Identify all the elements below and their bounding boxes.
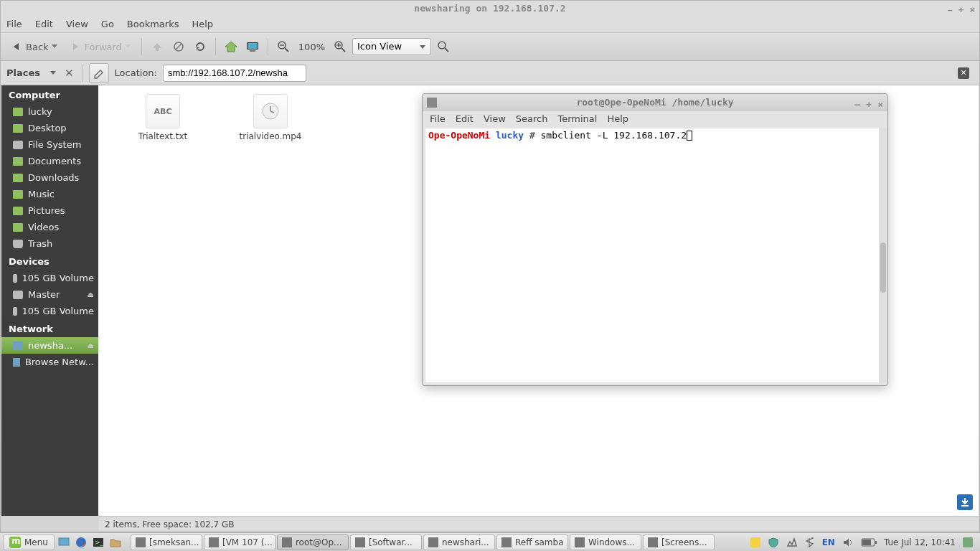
taskbar-task[interactable]: [smeksan... — [131, 534, 202, 550]
home-button[interactable] — [222, 37, 240, 56]
terminal-output[interactable]: Ope-OpeNoMi lucky # smbclient -L 192.168… — [425, 128, 885, 382]
sidebar-item-videos[interactable]: Videos — [1, 219, 98, 235]
download-icon — [960, 497, 970, 507]
sidebar-item-master[interactable]: Master⏏ — [1, 286, 98, 303]
menu-search[interactable]: Search — [516, 111, 548, 127]
clock[interactable]: Tue Jul 12, 10:41 — [884, 537, 956, 547]
bluetooth-icon[interactable] — [805, 537, 815, 547]
menu-view[interactable]: View — [484, 111, 506, 127]
minimize-button[interactable]: – — [855, 96, 861, 113]
location-input[interactable] — [163, 65, 306, 82]
task-label: newshari... — [442, 537, 489, 547]
zoom-in-button[interactable] — [331, 37, 349, 56]
folder-icon — [13, 157, 23, 166]
keyboard-layout[interactable]: EN — [822, 537, 835, 547]
stop-button[interactable] — [169, 37, 188, 56]
cursor — [687, 131, 692, 141]
eject-icon[interactable]: ⏏ — [88, 291, 94, 298]
clear-location-button[interactable]: ✕ — [958, 67, 969, 79]
folder-icon — [13, 190, 23, 199]
separator — [268, 38, 268, 55]
tray-overflow-icon[interactable] — [963, 537, 973, 547]
forward-button[interactable]: Forward — [65, 37, 136, 57]
download-indicator[interactable] — [957, 494, 973, 510]
terminal-titlebar[interactable]: root@Ope-OpeNoMi /home/lucky – + × — [423, 94, 887, 111]
start-menu-button[interactable]: Menu — [3, 534, 55, 550]
back-button[interactable]: Back — [6, 37, 62, 57]
files-launcher[interactable] — [108, 534, 123, 550]
taskbar-task[interactable]: [VM 107 (... — [204, 534, 275, 550]
terminal-launcher[interactable]: >_ — [90, 534, 106, 550]
taskbar-task[interactable]: [Softwar... — [350, 534, 422, 550]
show-desktop-button[interactable] — [56, 534, 72, 550]
scrollbar[interactable] — [879, 128, 887, 382]
maximize-button[interactable]: + — [958, 2, 964, 18]
sidebar-item-volume[interactable]: 105 GB Volume — [1, 270, 98, 286]
menu-help[interactable]: Help — [607, 111, 628, 127]
sidebar-item-home[interactable]: lucky — [1, 103, 98, 120]
sidebar-item-browse-network[interactable]: Browse Netw... — [1, 354, 98, 370]
sidebar-item-music[interactable]: Music — [1, 186, 98, 202]
file-item[interactable]: trialvideo.mp4 — [235, 94, 306, 141]
window-titlebar[interactable]: newsharing on 192.168.107.2 – + × — [1, 1, 979, 17]
edit-location-button[interactable] — [89, 63, 109, 83]
sidebar-item-documents[interactable]: Documents — [1, 153, 98, 169]
taskbar-task[interactable]: Windows... — [570, 534, 641, 550]
places-close-button[interactable]: ✕ — [62, 67, 77, 80]
maximize-button[interactable]: + — [866, 96, 872, 113]
taskbar-task[interactable]: newshari... — [423, 534, 495, 550]
menu-file[interactable]: File — [430, 111, 446, 127]
network-manager-icon[interactable] — [786, 537, 798, 547]
taskbar-task[interactable]: [Screens... — [643, 534, 715, 550]
search-button[interactable] — [434, 37, 453, 56]
menu-file[interactable]: File — [6, 17, 22, 32]
reload-button[interactable] — [191, 37, 209, 56]
taskbar-task[interactable]: Reff samba — [496, 534, 568, 550]
folder-icon — [13, 207, 23, 215]
menu-view[interactable]: View — [66, 17, 88, 32]
sidebar-item-desktop[interactable]: Desktop — [1, 120, 98, 136]
sidebar-header-network: Network — [1, 319, 98, 337]
places-label[interactable]: Places — [6, 67, 40, 78]
computer-button[interactable] — [243, 37, 262, 56]
folder-icon — [110, 537, 121, 547]
prompt-host: Ope-OpeNoMi — [428, 130, 490, 141]
svg-text:>_: >_ — [95, 539, 104, 546]
scrollbar-thumb[interactable] — [880, 242, 886, 293]
sidebar-item-volume2[interactable]: 105 GB Volume — [1, 303, 98, 319]
menu-edit[interactable]: Edit — [456, 111, 473, 127]
terminal-title: root@Ope-OpeNoMi /home/lucky — [576, 97, 733, 108]
volume-icon[interactable] — [842, 537, 854, 547]
battery-icon[interactable] — [861, 538, 877, 547]
view-mode-select[interactable]: Icon View — [352, 38, 431, 55]
tray-app-icon[interactable] — [750, 537, 760, 547]
places-dropdown-icon[interactable] — [50, 71, 56, 75]
sidebar-item-downloads[interactable]: Downloads — [1, 169, 98, 186]
menu-bookmarks[interactable]: Bookmarks — [127, 17, 179, 32]
places-sidebar[interactable]: Computer lucky Desktop File System Docum… — [1, 85, 98, 516]
close-button[interactable]: × — [969, 2, 975, 18]
sidebar-item-share[interactable]: newsha...⏏ — [1, 337, 98, 354]
computer-icon — [245, 41, 260, 52]
disk-icon — [13, 141, 23, 149]
file-item[interactable]: ABC Trialtext.txt — [127, 94, 199, 141]
eject-icon[interactable]: ⏏ — [88, 342, 94, 349]
terminal-window[interactable]: root@Ope-OpeNoMi /home/lucky – + × File … — [422, 93, 888, 386]
menu-go[interactable]: Go — [101, 17, 114, 32]
mint-logo-icon — [9, 537, 21, 548]
menu-edit[interactable]: Edit — [35, 17, 53, 32]
firefox-launcher[interactable] — [73, 534, 89, 550]
menu-help[interactable]: Help — [192, 17, 213, 32]
close-button[interactable]: × — [877, 96, 883, 113]
sidebar-item-pictures[interactable]: Pictures — [1, 202, 98, 219]
taskbar-task[interactable]: root@Op... — [277, 534, 349, 550]
sidebar-item-filesystem[interactable]: File System — [1, 136, 98, 153]
minimize-button[interactable]: – — [948, 2, 953, 18]
zoom-out-button[interactable] — [274, 37, 293, 56]
task-icon — [136, 537, 146, 547]
shield-icon[interactable] — [768, 537, 779, 547]
menu-terminal[interactable]: Terminal — [557, 111, 597, 127]
up-button[interactable] — [148, 37, 166, 56]
sidebar-label: Videos — [28, 222, 59, 232]
sidebar-item-trash[interactable]: Trash — [1, 235, 98, 252]
